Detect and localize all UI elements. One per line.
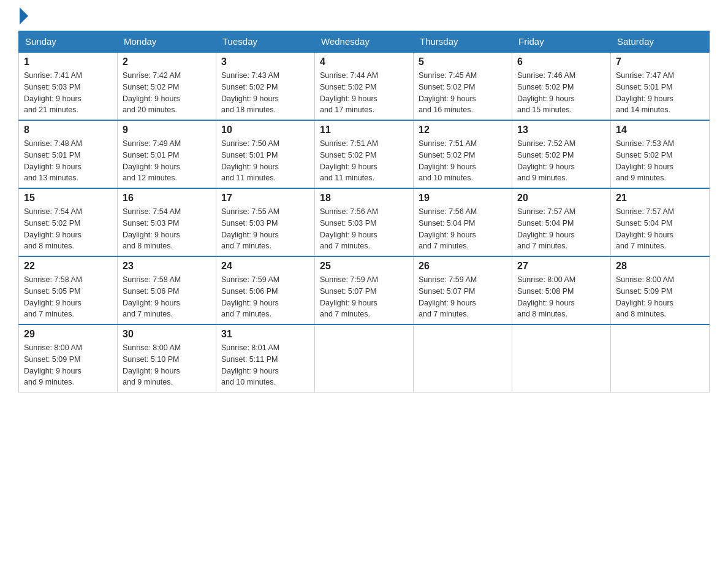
calendar-header-thursday: Thursday <box>414 31 512 53</box>
calendar-cell: 27 Sunrise: 8:00 AM Sunset: 5:08 PM Dayl… <box>512 256 611 324</box>
day-number: 30 <box>123 329 211 340</box>
day-number: 26 <box>419 261 507 272</box>
day-number: 2 <box>123 56 211 67</box>
day-number: 15 <box>24 193 112 204</box>
calendar-cell: 23 Sunrise: 7:58 AM Sunset: 5:06 PM Dayl… <box>118 256 216 324</box>
day-number: 13 <box>517 124 605 136</box>
day-info: Sunrise: 7:51 AM Sunset: 5:02 PM Dayligh… <box>419 138 507 184</box>
day-info: Sunrise: 7:43 AM Sunset: 5:02 PM Dayligh… <box>221 70 309 116</box>
calendar-week-row: 22 Sunrise: 7:58 AM Sunset: 5:05 PM Dayl… <box>19 256 710 324</box>
day-info: Sunrise: 7:59 AM Sunset: 5:06 PM Dayligh… <box>221 274 309 320</box>
calendar-cell: 9 Sunrise: 7:49 AM Sunset: 5:01 PM Dayli… <box>118 120 216 188</box>
day-info: Sunrise: 7:47 AM Sunset: 5:01 PM Dayligh… <box>616 70 704 116</box>
day-number: 19 <box>419 193 507 204</box>
day-info: Sunrise: 7:46 AM Sunset: 5:02 PM Dayligh… <box>517 70 605 116</box>
day-number: 22 <box>24 261 112 272</box>
calendar-header-friday: Friday <box>512 31 611 53</box>
day-number: 25 <box>320 261 408 272</box>
calendar-cell: 13 Sunrise: 7:52 AM Sunset: 5:02 PM Dayl… <box>512 120 611 188</box>
calendar-cell: 6 Sunrise: 7:46 AM Sunset: 5:02 PM Dayli… <box>512 52 611 120</box>
day-number: 11 <box>320 124 408 136</box>
day-info: Sunrise: 7:44 AM Sunset: 5:02 PM Dayligh… <box>320 70 408 116</box>
calendar-cell: 29 Sunrise: 8:00 AM Sunset: 5:09 PM Dayl… <box>19 324 118 393</box>
calendar-header-wednesday: Wednesday <box>315 31 414 53</box>
day-info: Sunrise: 7:49 AM Sunset: 5:01 PM Dayligh… <box>123 138 211 184</box>
calendar-cell: 10 Sunrise: 7:50 AM Sunset: 5:01 PM Dayl… <box>216 120 315 188</box>
calendar-cell <box>611 324 710 393</box>
calendar-header-row: SundayMondayTuesdayWednesdayThursdayFrid… <box>19 31 710 53</box>
day-info: Sunrise: 7:56 AM Sunset: 5:04 PM Dayligh… <box>419 206 507 252</box>
day-info: Sunrise: 8:01 AM Sunset: 5:11 PM Dayligh… <box>221 342 309 388</box>
day-info: Sunrise: 7:57 AM Sunset: 5:04 PM Dayligh… <box>517 206 605 252</box>
day-info: Sunrise: 7:52 AM Sunset: 5:02 PM Dayligh… <box>517 138 605 184</box>
day-number: 21 <box>616 193 704 204</box>
day-number: 18 <box>320 193 408 204</box>
calendar-cell: 30 Sunrise: 8:00 AM Sunset: 5:10 PM Dayl… <box>118 324 216 393</box>
day-info: Sunrise: 7:48 AM Sunset: 5:01 PM Dayligh… <box>24 138 112 184</box>
calendar-header-saturday: Saturday <box>611 31 710 53</box>
day-number: 12 <box>419 124 507 136</box>
day-number: 20 <box>517 193 605 204</box>
day-number: 4 <box>320 56 408 67</box>
day-info: Sunrise: 7:56 AM Sunset: 5:03 PM Dayligh… <box>320 206 408 252</box>
calendar-cell <box>315 324 414 393</box>
calendar-cell: 8 Sunrise: 7:48 AM Sunset: 5:01 PM Dayli… <box>19 120 118 188</box>
day-info: Sunrise: 7:59 AM Sunset: 5:07 PM Dayligh… <box>419 274 507 320</box>
calendar-cell: 17 Sunrise: 7:55 AM Sunset: 5:03 PM Dayl… <box>216 188 315 256</box>
calendar-cell <box>414 324 512 393</box>
page-header <box>18 12 710 25</box>
day-info: Sunrise: 7:51 AM Sunset: 5:02 PM Dayligh… <box>320 138 408 184</box>
day-number: 9 <box>123 124 211 136</box>
calendar-cell: 18 Sunrise: 7:56 AM Sunset: 5:03 PM Dayl… <box>315 188 414 256</box>
calendar-week-row: 29 Sunrise: 8:00 AM Sunset: 5:09 PM Dayl… <box>19 324 710 393</box>
day-info: Sunrise: 7:53 AM Sunset: 5:02 PM Dayligh… <box>616 138 704 184</box>
calendar-header-sunday: Sunday <box>19 31 118 53</box>
calendar-cell: 25 Sunrise: 7:59 AM Sunset: 5:07 PM Dayl… <box>315 256 414 324</box>
day-info: Sunrise: 7:54 AM Sunset: 5:03 PM Dayligh… <box>123 206 211 252</box>
calendar-header-tuesday: Tuesday <box>216 31 315 53</box>
logo <box>18 12 28 25</box>
calendar-cell: 28 Sunrise: 8:00 AM Sunset: 5:09 PM Dayl… <box>611 256 710 324</box>
day-number: 27 <box>517 261 605 272</box>
calendar-cell: 15 Sunrise: 7:54 AM Sunset: 5:02 PM Dayl… <box>19 188 118 256</box>
day-info: Sunrise: 8:00 AM Sunset: 5:09 PM Dayligh… <box>24 342 112 388</box>
calendar-cell: 20 Sunrise: 7:57 AM Sunset: 5:04 PM Dayl… <box>512 188 611 256</box>
calendar-cell <box>512 324 611 393</box>
calendar-cell: 12 Sunrise: 7:51 AM Sunset: 5:02 PM Dayl… <box>414 120 512 188</box>
calendar-cell: 19 Sunrise: 7:56 AM Sunset: 5:04 PM Dayl… <box>414 188 512 256</box>
calendar-cell: 11 Sunrise: 7:51 AM Sunset: 5:02 PM Dayl… <box>315 120 414 188</box>
calendar-cell: 4 Sunrise: 7:44 AM Sunset: 5:02 PM Dayli… <box>315 52 414 120</box>
day-number: 10 <box>221 124 309 136</box>
day-info: Sunrise: 7:45 AM Sunset: 5:02 PM Dayligh… <box>419 70 507 116</box>
logo-arrow-icon <box>20 7 28 25</box>
calendar-cell: 22 Sunrise: 7:58 AM Sunset: 5:05 PM Dayl… <box>19 256 118 324</box>
calendar-cell: 21 Sunrise: 7:57 AM Sunset: 5:04 PM Dayl… <box>611 188 710 256</box>
day-info: Sunrise: 7:55 AM Sunset: 5:03 PM Dayligh… <box>221 206 309 252</box>
calendar-header-monday: Monday <box>118 31 216 53</box>
calendar-week-row: 15 Sunrise: 7:54 AM Sunset: 5:02 PM Dayl… <box>19 188 710 256</box>
day-info: Sunrise: 8:00 AM Sunset: 5:10 PM Dayligh… <box>123 342 211 388</box>
calendar-cell: 7 Sunrise: 7:47 AM Sunset: 5:01 PM Dayli… <box>611 52 710 120</box>
day-number: 14 <box>616 124 704 136</box>
day-number: 8 <box>24 124 112 136</box>
calendar-table: SundayMondayTuesdayWednesdayThursdayFrid… <box>18 31 710 393</box>
day-info: Sunrise: 7:50 AM Sunset: 5:01 PM Dayligh… <box>221 138 309 184</box>
day-number: 7 <box>616 56 704 67</box>
calendar-cell: 5 Sunrise: 7:45 AM Sunset: 5:02 PM Dayli… <box>414 52 512 120</box>
day-number: 24 <box>221 261 309 272</box>
calendar-cell: 31 Sunrise: 8:01 AM Sunset: 5:11 PM Dayl… <box>216 324 315 393</box>
day-info: Sunrise: 7:59 AM Sunset: 5:07 PM Dayligh… <box>320 274 408 320</box>
day-number: 16 <box>123 193 211 204</box>
calendar-cell: 3 Sunrise: 7:43 AM Sunset: 5:02 PM Dayli… <box>216 52 315 120</box>
calendar-cell: 24 Sunrise: 7:59 AM Sunset: 5:06 PM Dayl… <box>216 256 315 324</box>
calendar-week-row: 1 Sunrise: 7:41 AM Sunset: 5:03 PM Dayli… <box>19 52 710 120</box>
day-info: Sunrise: 8:00 AM Sunset: 5:09 PM Dayligh… <box>616 274 704 320</box>
calendar-week-row: 8 Sunrise: 7:48 AM Sunset: 5:01 PM Dayli… <box>19 120 710 188</box>
day-info: Sunrise: 7:58 AM Sunset: 5:05 PM Dayligh… <box>24 274 112 320</box>
day-number: 3 <box>221 56 309 67</box>
calendar-cell: 16 Sunrise: 7:54 AM Sunset: 5:03 PM Dayl… <box>118 188 216 256</box>
day-info: Sunrise: 7:57 AM Sunset: 5:04 PM Dayligh… <box>616 206 704 252</box>
calendar-cell: 14 Sunrise: 7:53 AM Sunset: 5:02 PM Dayl… <box>611 120 710 188</box>
calendar-cell: 2 Sunrise: 7:42 AM Sunset: 5:02 PM Dayli… <box>118 52 216 120</box>
day-number: 6 <box>517 56 605 67</box>
